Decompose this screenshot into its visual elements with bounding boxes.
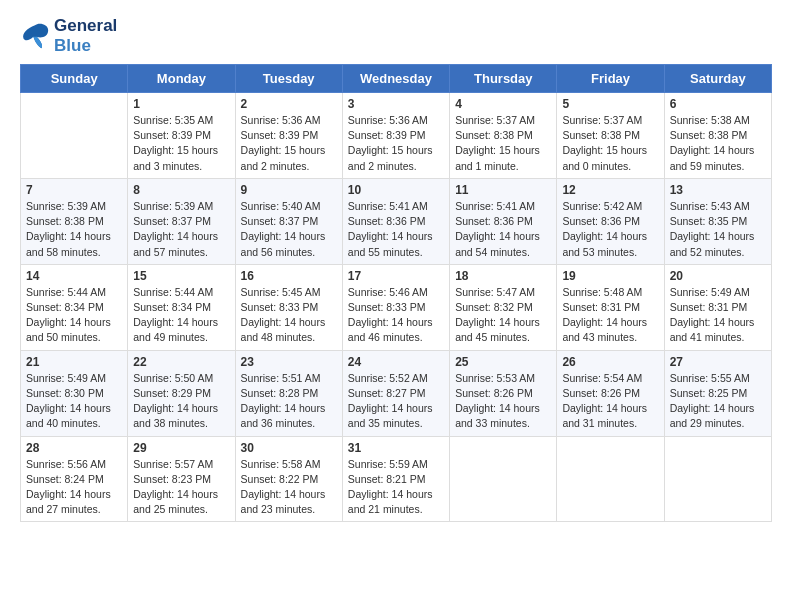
day-number: 28 <box>26 441 122 455</box>
cell-content: Sunrise: 5:38 AM Sunset: 8:38 PM Dayligh… <box>670 113 766 174</box>
cell-content: Sunrise: 5:58 AM Sunset: 8:22 PM Dayligh… <box>241 457 337 518</box>
cell-content: Sunrise: 5:52 AM Sunset: 8:27 PM Dayligh… <box>348 371 444 432</box>
cell-content: Sunrise: 5:51 AM Sunset: 8:28 PM Dayligh… <box>241 371 337 432</box>
day-number: 22 <box>133 355 229 369</box>
day-number: 16 <box>241 269 337 283</box>
cell-content: Sunrise: 5:35 AM Sunset: 8:39 PM Dayligh… <box>133 113 229 174</box>
week-row-2: 7Sunrise: 5:39 AM Sunset: 8:38 PM Daylig… <box>21 178 772 264</box>
logo-bird-icon <box>20 22 50 50</box>
day-number: 13 <box>670 183 766 197</box>
calendar-cell: 23Sunrise: 5:51 AM Sunset: 8:28 PM Dayli… <box>235 350 342 436</box>
day-number: 9 <box>241 183 337 197</box>
day-number: 11 <box>455 183 551 197</box>
day-number: 25 <box>455 355 551 369</box>
calendar-cell: 9Sunrise: 5:40 AM Sunset: 8:37 PM Daylig… <box>235 178 342 264</box>
calendar-cell: 30Sunrise: 5:58 AM Sunset: 8:22 PM Dayli… <box>235 436 342 522</box>
day-number: 1 <box>133 97 229 111</box>
calendar-cell: 21Sunrise: 5:49 AM Sunset: 8:30 PM Dayli… <box>21 350 128 436</box>
day-number: 7 <box>26 183 122 197</box>
cell-content: Sunrise: 5:48 AM Sunset: 8:31 PM Dayligh… <box>562 285 658 346</box>
cell-content: Sunrise: 5:37 AM Sunset: 8:38 PM Dayligh… <box>455 113 551 174</box>
cell-content: Sunrise: 5:53 AM Sunset: 8:26 PM Dayligh… <box>455 371 551 432</box>
day-number: 10 <box>348 183 444 197</box>
header-sunday: Sunday <box>21 65 128 93</box>
calendar-cell: 14Sunrise: 5:44 AM Sunset: 8:34 PM Dayli… <box>21 264 128 350</box>
day-number: 8 <box>133 183 229 197</box>
calendar-cell: 24Sunrise: 5:52 AM Sunset: 8:27 PM Dayli… <box>342 350 449 436</box>
day-number: 15 <box>133 269 229 283</box>
cell-content: Sunrise: 5:45 AM Sunset: 8:33 PM Dayligh… <box>241 285 337 346</box>
cell-content: Sunrise: 5:41 AM Sunset: 8:36 PM Dayligh… <box>348 199 444 260</box>
day-number: 21 <box>26 355 122 369</box>
page-header: General Blue <box>20 16 772 56</box>
calendar-cell: 10Sunrise: 5:41 AM Sunset: 8:36 PM Dayli… <box>342 178 449 264</box>
calendar-cell: 1Sunrise: 5:35 AM Sunset: 8:39 PM Daylig… <box>128 93 235 179</box>
cell-content: Sunrise: 5:47 AM Sunset: 8:32 PM Dayligh… <box>455 285 551 346</box>
week-row-1: 1Sunrise: 5:35 AM Sunset: 8:39 PM Daylig… <box>21 93 772 179</box>
day-number: 14 <box>26 269 122 283</box>
day-number: 5 <box>562 97 658 111</box>
cell-content: Sunrise: 5:39 AM Sunset: 8:38 PM Dayligh… <box>26 199 122 260</box>
day-number: 19 <box>562 269 658 283</box>
calendar-cell: 25Sunrise: 5:53 AM Sunset: 8:26 PM Dayli… <box>450 350 557 436</box>
calendar-cell: 17Sunrise: 5:46 AM Sunset: 8:33 PM Dayli… <box>342 264 449 350</box>
calendar-cell: 22Sunrise: 5:50 AM Sunset: 8:29 PM Dayli… <box>128 350 235 436</box>
calendar-table: SundayMondayTuesdayWednesdayThursdayFrid… <box>20 64 772 522</box>
calendar-cell: 18Sunrise: 5:47 AM Sunset: 8:32 PM Dayli… <box>450 264 557 350</box>
header-row: SundayMondayTuesdayWednesdayThursdayFrid… <box>21 65 772 93</box>
day-number: 17 <box>348 269 444 283</box>
day-number: 6 <box>670 97 766 111</box>
logo: General Blue <box>20 16 117 56</box>
cell-content: Sunrise: 5:36 AM Sunset: 8:39 PM Dayligh… <box>241 113 337 174</box>
day-number: 30 <box>241 441 337 455</box>
day-number: 18 <box>455 269 551 283</box>
cell-content: Sunrise: 5:56 AM Sunset: 8:24 PM Dayligh… <box>26 457 122 518</box>
header-tuesday: Tuesday <box>235 65 342 93</box>
cell-content: Sunrise: 5:59 AM Sunset: 8:21 PM Dayligh… <box>348 457 444 518</box>
cell-content: Sunrise: 5:50 AM Sunset: 8:29 PM Dayligh… <box>133 371 229 432</box>
calendar-cell: 27Sunrise: 5:55 AM Sunset: 8:25 PM Dayli… <box>664 350 771 436</box>
calendar-cell: 11Sunrise: 5:41 AM Sunset: 8:36 PM Dayli… <box>450 178 557 264</box>
cell-content: Sunrise: 5:44 AM Sunset: 8:34 PM Dayligh… <box>26 285 122 346</box>
calendar-cell: 15Sunrise: 5:44 AM Sunset: 8:34 PM Dayli… <box>128 264 235 350</box>
cell-content: Sunrise: 5:42 AM Sunset: 8:36 PM Dayligh… <box>562 199 658 260</box>
cell-content: Sunrise: 5:54 AM Sunset: 8:26 PM Dayligh… <box>562 371 658 432</box>
header-saturday: Saturday <box>664 65 771 93</box>
calendar-cell <box>450 436 557 522</box>
header-wednesday: Wednesday <box>342 65 449 93</box>
cell-content: Sunrise: 5:49 AM Sunset: 8:30 PM Dayligh… <box>26 371 122 432</box>
week-row-5: 28Sunrise: 5:56 AM Sunset: 8:24 PM Dayli… <box>21 436 772 522</box>
calendar-cell <box>21 93 128 179</box>
day-number: 29 <box>133 441 229 455</box>
calendar-cell: 12Sunrise: 5:42 AM Sunset: 8:36 PM Dayli… <box>557 178 664 264</box>
calendar-cell: 2Sunrise: 5:36 AM Sunset: 8:39 PM Daylig… <box>235 93 342 179</box>
calendar-cell: 7Sunrise: 5:39 AM Sunset: 8:38 PM Daylig… <box>21 178 128 264</box>
calendar-cell: 5Sunrise: 5:37 AM Sunset: 8:38 PM Daylig… <box>557 93 664 179</box>
logo-text: General Blue <box>54 16 117 56</box>
header-thursday: Thursday <box>450 65 557 93</box>
day-number: 26 <box>562 355 658 369</box>
day-number: 20 <box>670 269 766 283</box>
header-monday: Monday <box>128 65 235 93</box>
calendar-cell: 4Sunrise: 5:37 AM Sunset: 8:38 PM Daylig… <box>450 93 557 179</box>
calendar-cell: 6Sunrise: 5:38 AM Sunset: 8:38 PM Daylig… <box>664 93 771 179</box>
cell-content: Sunrise: 5:36 AM Sunset: 8:39 PM Dayligh… <box>348 113 444 174</box>
cell-content: Sunrise: 5:37 AM Sunset: 8:38 PM Dayligh… <box>562 113 658 174</box>
calendar-cell: 13Sunrise: 5:43 AM Sunset: 8:35 PM Dayli… <box>664 178 771 264</box>
calendar-cell <box>557 436 664 522</box>
calendar-cell <box>664 436 771 522</box>
day-number: 23 <box>241 355 337 369</box>
calendar-cell: 3Sunrise: 5:36 AM Sunset: 8:39 PM Daylig… <box>342 93 449 179</box>
header-friday: Friday <box>557 65 664 93</box>
day-number: 2 <box>241 97 337 111</box>
calendar-cell: 26Sunrise: 5:54 AM Sunset: 8:26 PM Dayli… <box>557 350 664 436</box>
cell-content: Sunrise: 5:43 AM Sunset: 8:35 PM Dayligh… <box>670 199 766 260</box>
day-number: 27 <box>670 355 766 369</box>
cell-content: Sunrise: 5:46 AM Sunset: 8:33 PM Dayligh… <box>348 285 444 346</box>
cell-content: Sunrise: 5:39 AM Sunset: 8:37 PM Dayligh… <box>133 199 229 260</box>
calendar-cell: 19Sunrise: 5:48 AM Sunset: 8:31 PM Dayli… <box>557 264 664 350</box>
week-row-3: 14Sunrise: 5:44 AM Sunset: 8:34 PM Dayli… <box>21 264 772 350</box>
calendar-cell: 31Sunrise: 5:59 AM Sunset: 8:21 PM Dayli… <box>342 436 449 522</box>
week-row-4: 21Sunrise: 5:49 AM Sunset: 8:30 PM Dayli… <box>21 350 772 436</box>
calendar-cell: 28Sunrise: 5:56 AM Sunset: 8:24 PM Dayli… <box>21 436 128 522</box>
